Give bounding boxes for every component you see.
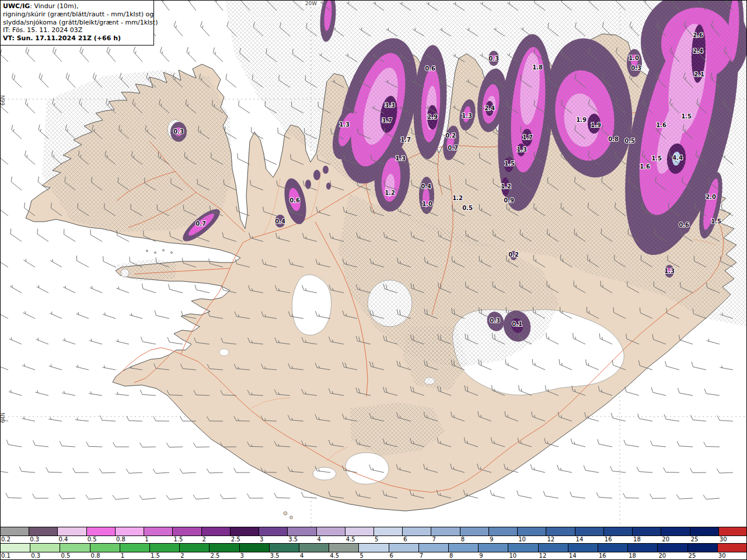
precip-value-label: 0.2 xyxy=(445,132,456,139)
wind-barb xyxy=(90,286,102,293)
wind-barb xyxy=(692,362,706,370)
wind-barb xyxy=(571,439,585,447)
wind-barb xyxy=(12,73,22,88)
wind-barb xyxy=(33,440,48,447)
precip-value-label: 1.5 xyxy=(651,155,662,162)
wind-barb xyxy=(625,387,639,396)
legend-cell xyxy=(575,527,603,536)
wind-barb xyxy=(665,361,679,370)
wind-barb xyxy=(23,312,35,319)
precip-value-label: 1.3 xyxy=(516,146,527,153)
precip-value-label: 3.7 xyxy=(382,117,392,124)
legend-tick-label: 0.1 xyxy=(1,552,11,559)
wind-barb xyxy=(530,464,545,473)
wind-barb xyxy=(75,418,89,421)
precip-value-label: 0.3 xyxy=(631,65,641,71)
precip-value-label: 2.0 xyxy=(706,194,716,200)
legend-tick-label: 10 xyxy=(509,552,516,559)
wind-barb xyxy=(103,313,116,318)
wind-barb xyxy=(90,229,102,242)
precip-value-label: 1.3 xyxy=(339,121,350,128)
precip-value-label: 2.4 xyxy=(484,105,495,111)
wind-barb xyxy=(517,491,532,498)
precip-value-label: 0.3 xyxy=(173,128,184,135)
parallel-label-bottom: 64N xyxy=(0,412,6,423)
wind-barb xyxy=(6,493,22,498)
legend-cell xyxy=(717,544,747,552)
wind-barb xyxy=(76,365,89,370)
legend-cell xyxy=(316,527,345,536)
wind-barb xyxy=(49,364,62,370)
legend-cell xyxy=(179,544,209,552)
wind-barb xyxy=(239,100,250,113)
legend-tick-label: 12 xyxy=(547,536,554,543)
wind-barb xyxy=(139,495,156,499)
legend-tick-label: 0.5 xyxy=(61,552,70,559)
legend-cell xyxy=(57,527,86,536)
wind-barb xyxy=(187,47,196,62)
wind-barb xyxy=(274,493,290,498)
wind-barb xyxy=(180,469,196,474)
legend-tick-label: 18 xyxy=(629,552,636,559)
legend-tick-label: 3 xyxy=(260,536,263,543)
precip-cell-layer xyxy=(313,170,320,180)
legend-tick-label: 14 xyxy=(569,552,577,559)
legend-cell xyxy=(259,527,287,536)
legend-sleet-snow-bar xyxy=(0,527,747,536)
legend-cell xyxy=(687,544,717,552)
wind-barb xyxy=(169,284,183,293)
legend-cell xyxy=(149,544,179,552)
legend-cell xyxy=(144,527,172,536)
wind-barb xyxy=(142,284,156,293)
wind-barb xyxy=(22,364,35,370)
wind-barb xyxy=(25,99,35,113)
wind-barb xyxy=(704,442,720,447)
wind-barb xyxy=(59,495,75,499)
legend-tick-label: 7 xyxy=(420,552,423,559)
weather-map: 0.30.70.60.41.33.33.71.71.31.20.62.90.20… xyxy=(0,0,747,527)
wind-barb xyxy=(107,47,116,62)
wind-barb xyxy=(584,466,599,473)
legend-cell xyxy=(115,527,144,536)
wind-barb xyxy=(11,229,22,242)
valid-time: VT: Sun. 17.11.2024 21Z (+66 h) xyxy=(3,34,150,43)
wind-barb xyxy=(36,338,48,344)
legend-tick-label: 4.5 xyxy=(346,536,355,543)
precip-value-label: 0.4 xyxy=(275,218,285,225)
wind-barb xyxy=(0,47,8,62)
legend-tick-label: 16 xyxy=(599,552,606,559)
legend-tick-label: 18 xyxy=(633,536,641,543)
legend-tick-label: 7 xyxy=(432,536,435,543)
legend-tick-label: 1 xyxy=(145,536,148,543)
wind-barb xyxy=(9,390,22,396)
wind-barb xyxy=(86,495,102,499)
legend-cell xyxy=(90,544,120,552)
wind-barb xyxy=(25,150,35,164)
wind-barb xyxy=(703,495,720,499)
legend-tick-label: 12 xyxy=(539,552,547,559)
wind-barb xyxy=(63,286,75,293)
precip-value-label: 1.6 xyxy=(640,163,650,170)
legend-tick-label: 0.8 xyxy=(91,552,100,559)
precip-value-label: 0.6 xyxy=(425,65,435,72)
legend-tick-label: 25 xyxy=(691,536,699,543)
wind-barb xyxy=(126,469,142,474)
wind-barb xyxy=(139,443,156,447)
forecast-info-box: UWC/IG: Vindur (10m), rigning/skúrir (gr… xyxy=(0,0,154,46)
legend-tick-label: 0.4 xyxy=(58,536,68,543)
precip-cell-layer xyxy=(326,183,331,190)
legend-rain-bar xyxy=(0,543,747,552)
wind-barb xyxy=(611,413,626,421)
wind-barb xyxy=(638,414,653,421)
legend-tick-label: 0.3 xyxy=(30,536,39,543)
wind-barb xyxy=(10,285,22,293)
wind-barb xyxy=(6,440,22,447)
legend-sleet-snow-labels: 0.20.30.40.50.811.522.533.544.5567891012… xyxy=(0,536,747,543)
legend-cell xyxy=(389,544,418,552)
legend: 0.20.30.40.50.811.522.533.544.5567891012… xyxy=(0,527,747,560)
legend-tick-label: 3.5 xyxy=(288,536,298,543)
legend-tick-label: 4.5 xyxy=(330,552,339,559)
precip-value-label: 0.5 xyxy=(462,205,473,211)
legend-cell xyxy=(402,527,431,536)
wind-barb xyxy=(570,492,585,498)
